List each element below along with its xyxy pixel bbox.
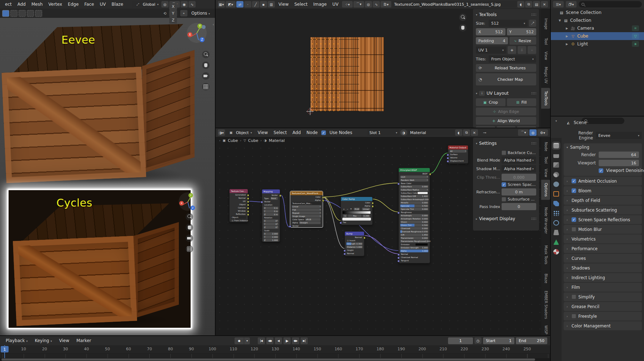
gizmo-y-axis[interactable]: Y	[188, 193, 193, 198]
camera-data-icon[interactable]: ⌗	[632, 25, 639, 31]
breadcrumb-mesh[interactable]: Cube	[248, 138, 258, 143]
section-checkbox[interactable]: ✓	[572, 179, 576, 183]
pin-icon[interactable]: ⊸	[482, 129, 488, 136]
face-select-icon[interactable]: ▪	[260, 1, 267, 8]
island-select-icon[interactable]: ▥	[268, 1, 275, 8]
node-row[interactable]: From Instance	[231, 219, 246, 222]
colorramp-alpha-output[interactable]: Alpha	[342, 204, 371, 207]
node-row[interactable]: Normal	[346, 252, 363, 255]
properties-section-row[interactable]: › ✓ Bloom	[564, 186, 642, 195]
properties-section-row[interactable]: › Motion Blur	[564, 225, 642, 234]
node-row[interactable]: Normal	[346, 236, 363, 239]
node-row[interactable]: Window	[231, 209, 246, 212]
zoom-icon[interactable]	[186, 213, 193, 221]
view-menu[interactable]: View	[56, 337, 72, 344]
section-checkbox[interactable]: ✓	[572, 188, 576, 193]
move-uv-up-button[interactable]: ⍏	[518, 46, 526, 54]
refraction-depth-field[interactable]: 0 m	[502, 188, 536, 196]
node-row[interactable]: Y0°	[263, 223, 278, 226]
size-x-field[interactable]: X512	[476, 28, 505, 35]
pan-hand-icon[interactable]	[202, 61, 210, 69]
grid-ortho-icon[interactable]	[202, 83, 210, 90]
node-row[interactable]: All	[449, 150, 467, 153]
panel-grip-icon[interactable]	[531, 142, 536, 145]
node-row[interactable]: Vector	[263, 194, 278, 197]
tab-tool[interactable]: Tool	[541, 154, 550, 166]
falloff-curve-icon[interactable]: ∿	[188, 1, 196, 8]
node-row[interactable]: Specular Tint0.000	[400, 208, 428, 211]
vertex-select-icon[interactable]: ·	[244, 1, 251, 8]
unlink-image-icon[interactable]: ✕	[541, 1, 548, 8]
node-row[interactable]: Reflection	[231, 213, 246, 216]
tab-image[interactable]: Image	[541, 16, 550, 31]
tab-physics-properties-icon[interactable]	[553, 220, 559, 226]
tab-render-properties-icon[interactable]	[553, 143, 559, 148]
node-row[interactable]: Transmission0.000	[400, 237, 428, 239]
viewport-menu-item[interactable]: Face	[81, 1, 97, 8]
uv-layout-extra-button[interactable]	[497, 126, 516, 128]
fake-user-shield-icon[interactable]: ◖	[455, 129, 462, 136]
node-row[interactable]: Object:	[231, 216, 246, 219]
viewport-menu-item[interactable]: Edge	[65, 1, 81, 8]
properties-section-row[interactable]: › Grease Pencil	[564, 302, 642, 311]
shader-menu-item[interactable]: Node	[304, 129, 321, 136]
subsurface-translucency-checkbox[interactable]	[502, 197, 506, 202]
uv-pan-hand-icon[interactable]	[459, 24, 467, 31]
proportional-icon[interactable]: ◎	[365, 1, 372, 8]
tab-options[interactable]: Options	[541, 180, 550, 200]
node-material-output[interactable]: Material Output AllSurfaceVolumeDisplace…	[448, 145, 468, 164]
viewport-menu-item[interactable]: Blaze	[109, 1, 126, 8]
tab-ember-shaders[interactable]: EMBER Shaders	[541, 288, 550, 322]
node-row[interactable]: Location	[263, 203, 278, 206]
uv-zoom-icon[interactable]	[459, 14, 467, 21]
breadcrumb-material[interactable]: Material	[269, 138, 285, 143]
node-row[interactable]: Sheen Tint0.500	[400, 224, 428, 227]
section-checkbox[interactable]	[572, 227, 576, 232]
ramp-mode-dropdown[interactable]: RGB	[354, 208, 360, 211]
properties-section-row[interactable]: › Subsurface Scattering	[564, 206, 642, 214]
resize-button[interactable]: ⤷Resize	[509, 37, 537, 45]
node-row[interactable]: Transmission Roughness0.000	[400, 240, 428, 243]
tab-view-layer-icon[interactable]	[553, 162, 559, 168]
eyedropper-icon[interactable]: 🡕	[529, 20, 536, 27]
node-row[interactable]: Specular0.500	[400, 204, 428, 207]
tab-node[interactable]: Node	[541, 140, 550, 153]
node-row[interactable]: Rotation	[263, 216, 278, 219]
properties-section-row[interactable]: › Performance	[564, 244, 642, 253]
align-world-button[interactable]: ✛Align World	[476, 117, 536, 125]
uv-sync-select-icon[interactable]: ⇄	[236, 1, 243, 8]
node-row[interactable]: Subsurface Color	[400, 192, 428, 194]
textools-panel-header[interactable]: ▾TexTools	[476, 11, 536, 18]
node-color-ramp[interactable]: Color Ramp Color Alpha + − ▾ RGB Linear …	[341, 197, 373, 225]
snap-target-icon[interactable]: ⚬	[180, 10, 187, 16]
editor-type-icon[interactable]: ▾	[553, 118, 559, 124]
add-uv-map-button[interactable]: +	[508, 46, 516, 54]
panel-grip-icon[interactable]	[531, 13, 536, 16]
tab-magic-uv[interactable]: Magic UV	[541, 64, 550, 86]
node-row[interactable]: Object	[231, 203, 246, 206]
colorramp-color-output[interactable]: Color	[342, 201, 371, 204]
pass-index-field[interactable]: 0	[502, 203, 536, 210]
node-row[interactable]: Scale	[263, 229, 278, 232]
node-bump[interactable]: Bump NormalInvertStrength0.300Distance1.…	[344, 231, 364, 256]
outliner[interactable]: ☰▾ 🗇▾ ▤ Scene Collection ▼ ▤ Collection …	[551, 0, 644, 116]
viewport-menu-item[interactable]: UV	[97, 1, 109, 8]
properties-section-row[interactable]: › Shadows	[564, 263, 642, 272]
node-row[interactable]: IOR1.450	[400, 233, 428, 236]
viewport-3d[interactable]: ectAddMeshVertexEdgeFaceUVBlaze ⤢ Global…	[0, 0, 215, 335]
tab-node-wrangler[interactable]: Node Wrangler	[541, 203, 550, 238]
pivot-icon[interactable]: ⁘▾	[342, 1, 353, 8]
select-mode-new-icon[interactable]	[2, 10, 9, 17]
shadow-mode-dropdown[interactable]: Alpha Hashed▾	[502, 165, 536, 172]
editor-type-icon[interactable]: ◑▾	[218, 129, 225, 136]
ramp-remove-button[interactable]: −	[347, 208, 348, 211]
tab-view[interactable]: View	[541, 49, 550, 62]
ramp-pos-field[interactable]: Pos	[348, 214, 362, 217]
outliner-search[interactable]	[579, 1, 642, 8]
editor-type-icon[interactable]: ☰▾	[553, 1, 564, 8]
select-mode-subtract-icon[interactable]	[19, 10, 26, 17]
panel-grip-icon[interactable]	[531, 92, 536, 95]
uv-map-dropdown[interactable]: UV 1▾	[476, 46, 506, 54]
playback-menu[interactable]: Playback ▾	[3, 337, 30, 344]
uv-layout-extra-button[interactable]	[476, 126, 495, 128]
